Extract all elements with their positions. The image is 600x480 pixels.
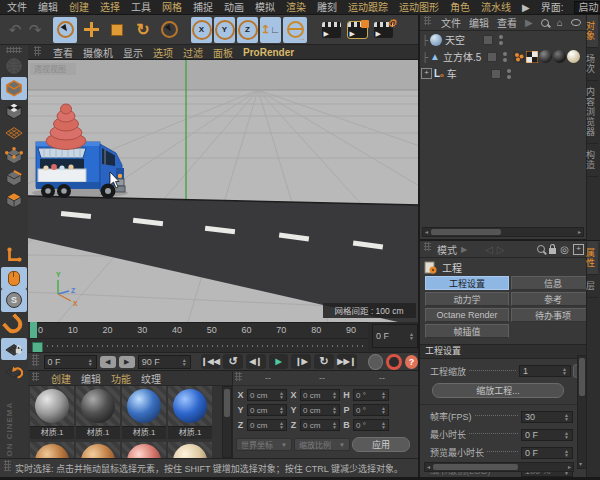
status-grip[interactable] — [4, 460, 11, 471]
workplane-coord-button[interactable] — [283, 17, 307, 43]
material-tag-icon[interactable] — [539, 50, 552, 63]
menu-animate[interactable]: 动画 — [224, 0, 244, 15]
phong-tag-icon[interactable] — [513, 51, 525, 63]
tab-dynamics[interactable]: 动力学 — [425, 292, 509, 306]
vp-menu-view[interactable]: 查看 — [53, 45, 73, 60]
timeline-playhead[interactable] — [30, 322, 37, 338]
rotation-header[interactable]: -- — [352, 373, 412, 383]
edges-mode-button[interactable] — [1, 167, 27, 189]
viewport-menu-grip[interactable] — [34, 46, 41, 56]
history-forward-icon[interactable]: ▷ — [497, 244, 505, 255]
play-button[interactable]: ▶ — [269, 354, 289, 369]
eye-icon[interactable] — [571, 19, 581, 26]
material-swatch[interactable]: 材质.1 — [122, 386, 166, 439]
object-row-cube5[interactable]: ├ ▲ 立方体.5 — [420, 48, 587, 65]
tab-structure[interactable]: 构造 — [587, 144, 598, 177]
transform-mode-dropdown[interactable]: 世界坐标▼ — [236, 438, 292, 451]
material-swatch[interactable] — [168, 442, 212, 458]
preview-min-time-input[interactable]: 0 F▲▼ — [521, 447, 573, 459]
menu-sculpt[interactable]: 雕刻 — [317, 0, 337, 15]
undo-button[interactable]: ↶ — [6, 21, 24, 39]
fps-input[interactable]: 30▲▼ — [521, 411, 573, 423]
attr-hscrollbar[interactable]: ◂▸ — [424, 462, 574, 472]
material-swatch[interactable] — [122, 442, 166, 458]
tab-layers[interactable]: 层 — [587, 275, 598, 298]
menu-simulate[interactable]: 模拟 — [255, 0, 275, 15]
material-tag-icon[interactable] — [553, 50, 566, 63]
goto-end-button[interactable]: ▶▶❙ — [337, 354, 357, 369]
om-search-icon[interactable] — [541, 19, 549, 27]
tab-content-browser[interactable]: 内容浏览器 — [587, 81, 598, 144]
om-menu-view[interactable]: 查看 — [497, 15, 517, 30]
attr-grip[interactable] — [424, 242, 431, 251]
material-tag-icon[interactable] — [567, 50, 580, 63]
vp-menu-options[interactable]: 选项 — [153, 45, 173, 60]
lock-z-button[interactable]: Z — [237, 17, 258, 43]
autokey-button[interactable] — [386, 354, 401, 370]
vp-menu-prorender[interactable]: ProRender — [243, 47, 294, 58]
tab-takes[interactable]: 场次 — [587, 48, 598, 81]
menu-edit[interactable]: 编辑 — [38, 0, 58, 15]
menu-select[interactable]: 选择 — [100, 0, 120, 15]
workplane-mode-button[interactable] — [1, 122, 27, 144]
expand-icon[interactable]: + — [421, 68, 432, 79]
min-time-input[interactable]: 0 F▲▼ — [521, 429, 573, 441]
enable-snap-button[interactable] — [1, 312, 27, 338]
pos-y-field[interactable]: 0 cm▲▼ — [247, 404, 287, 416]
redo-button[interactable]: ↷ — [26, 21, 44, 39]
menu-motion-tracker[interactable]: 运动跟踪 — [348, 0, 388, 15]
menu-pipeline[interactable]: 流水线 — [481, 0, 511, 15]
material-swatch[interactable] — [30, 442, 74, 458]
material-scrollbar[interactable] — [222, 386, 232, 458]
material-swatch[interactable] — [76, 442, 120, 458]
tab-keyframe-interp[interactable]: 帧插值 — [425, 324, 509, 338]
home-icon[interactable]: ⌂ — [557, 17, 563, 28]
project-scale-input[interactable]: 1▲▼ — [519, 365, 571, 377]
texture-mode-button[interactable] — [1, 100, 27, 122]
menu-render[interactable]: 渲染 — [286, 0, 306, 15]
spinner-icon[interactable]: ▲▼ — [409, 332, 414, 340]
lock-x-button[interactable]: X — [191, 17, 212, 43]
vp-menu-display[interactable]: 显示 — [123, 45, 143, 60]
material-swatch[interactable]: 材质.1 — [76, 386, 120, 439]
enable-axis-button[interactable] — [1, 245, 27, 267]
move-button[interactable] — [79, 17, 103, 43]
mat-menu-create[interactable]: 创建 — [51, 371, 71, 386]
polygons-mode-button[interactable] — [1, 189, 27, 211]
menu-overflow-arrow[interactable]: ▶ — [522, 0, 530, 15]
tab-attributes[interactable]: 属性 — [587, 242, 598, 275]
om-hscrollbar[interactable]: ◂▸ — [422, 227, 584, 237]
menu-mograph[interactable]: 运动图形 — [399, 0, 439, 15]
size-header[interactable]: -- — [292, 373, 352, 383]
render-view-button[interactable] — [319, 17, 343, 43]
menu-file[interactable]: 文件 — [7, 0, 27, 15]
apply-button[interactable]: 应用 — [352, 437, 410, 452]
layer-square[interactable] — [491, 69, 501, 79]
play-backwards-button[interactable]: ↺ — [223, 354, 243, 369]
pos-x-field[interactable]: 0 cm▲▼ — [247, 389, 287, 401]
power-slider[interactable] — [28, 338, 368, 352]
object-name[interactable]: 车 — [447, 66, 457, 81]
attr-add-panel-icon[interactable]: + — [573, 244, 584, 255]
interface-dropdown[interactable]: 启动▼ — [574, 1, 600, 14]
visibility-dots[interactable] — [499, 35, 503, 45]
tab-to-do[interactable]: 待办事项 — [511, 308, 595, 322]
current-frame-field[interactable]: 0 F ▲▼ — [372, 324, 418, 348]
om-menu-overflow-arrow[interactable]: ▶ — [525, 17, 533, 28]
scale-mode-dropdown[interactable]: 缩放比例▼ — [294, 438, 350, 451]
texture-tag-icon[interactable] — [526, 51, 538, 63]
target-icon[interactable]: ◎ — [560, 244, 569, 255]
section-project-settings[interactable]: 工程设置 — [420, 344, 600, 359]
frame-forward-button[interactable]: ▶ — [119, 356, 135, 368]
layer-square[interactable] — [487, 52, 497, 62]
transport-grip[interactable] — [32, 354, 39, 366]
attr-mode-arrow[interactable]: ▶ — [461, 245, 467, 254]
om-menu-file[interactable]: 文件 — [441, 15, 461, 30]
material-swatch[interactable]: 材质.1 — [30, 386, 74, 439]
goto-start-button[interactable]: ❙◀◀ — [201, 354, 221, 369]
pos-z-field[interactable]: 0 cm▲▼ — [247, 419, 287, 431]
frame-back-button[interactable]: ◀ — [100, 356, 116, 368]
model-mode-button[interactable] — [1, 77, 27, 99]
previous-frame-button[interactable]: ◀❙ — [246, 354, 266, 369]
palette-grip[interactable] — [6, 47, 22, 53]
